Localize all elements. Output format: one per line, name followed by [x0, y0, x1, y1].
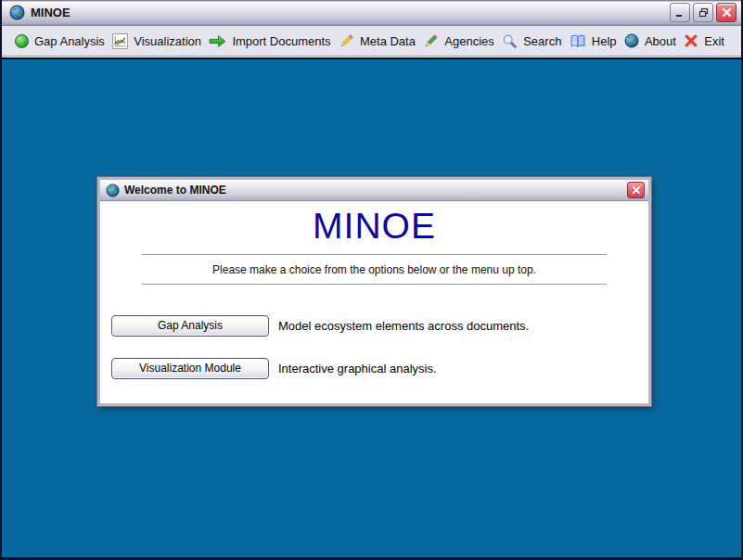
toolbar-label: About: [645, 34, 676, 48]
line-chart-icon: [112, 33, 128, 49]
toolbar-item-search[interactable]: Search: [502, 33, 561, 49]
dialog-close-button[interactable]: [627, 182, 645, 198]
toolbar-item-import-documents[interactable]: Import Documents: [209, 34, 330, 48]
toolbar-label: Exit: [704, 34, 724, 48]
option-row-visualization: Visualization Module Interactive graphic…: [111, 358, 648, 379]
gap-analysis-button[interactable]: Gap Analysis: [111, 315, 269, 337]
gap-analysis-description: Model ecosystem elements across document…: [278, 319, 529, 333]
open-book-icon: [570, 34, 586, 48]
toolbar-label: Help: [592, 34, 617, 48]
dialog-body: MINOE Please make a choice from the opti…: [100, 201, 648, 403]
minimize-button[interactable]: [670, 3, 690, 22]
dialog-heading: MINOE: [100, 207, 648, 247]
green-pencil-icon: [423, 33, 439, 49]
dialog-globe-icon: [106, 184, 120, 197]
dialog-title: Welcome to MINOE: [124, 184, 627, 197]
window-title: MINOE: [31, 6, 670, 19]
restore-button[interactable]: [693, 3, 713, 22]
toolbar-item-meta-data[interactable]: Meta Data: [339, 33, 416, 49]
toolbar-label: Meta Data: [360, 34, 416, 48]
visualization-module-button[interactable]: Visualization Module: [111, 358, 269, 379]
toolbar-item-visualization[interactable]: Visualization: [112, 33, 201, 49]
divider-bottom: [142, 284, 607, 285]
red-x-icon: [684, 33, 698, 48]
welcome-dialog: Welcome to MINOE MINOE Please make a cho…: [97, 177, 651, 406]
toolbar-item-about[interactable]: About: [624, 33, 676, 48]
toolbar-item-exit[interactable]: Exit: [684, 33, 724, 48]
visualization-description: Interactive graphical analysis.: [278, 362, 437, 375]
green-arrow-right-icon: [209, 34, 226, 48]
close-button[interactable]: [716, 3, 737, 22]
toolbar-item-gap-analysis[interactable]: Gap Analysis: [15, 34, 105, 48]
app-globe-icon: [9, 5, 25, 20]
toolbar-label: Gap Analysis: [34, 34, 105, 48]
globe-icon: [624, 33, 639, 48]
app-window: MINOE Gap Analysis Visualization: [0, 0, 743, 560]
green-sphere-icon: [15, 34, 29, 48]
yellow-pencil-icon: [339, 33, 354, 49]
client-area: Welcome to MINOE MINOE Please make a cho…: [2, 59, 741, 557]
divider-top: [142, 254, 607, 255]
magnifier-icon: [502, 33, 518, 49]
toolbar-label: Agencies: [444, 34, 493, 48]
main-toolbar: Gap Analysis Visualization Import Docume…: [2, 26, 741, 57]
toolbar-item-help[interactable]: Help: [570, 34, 617, 48]
dialog-instruction: Please make a choice from the options be…: [100, 263, 648, 276]
window-titlebar: MINOE: [2, 0, 741, 26]
toolbar-item-agencies[interactable]: Agencies: [423, 33, 493, 49]
toolbar-label: Search: [523, 34, 561, 48]
option-row-gap-analysis: Gap Analysis Model ecosystem elements ac…: [111, 315, 648, 337]
toolbar-label: Import Documents: [232, 34, 330, 48]
dialog-titlebar: Welcome to MINOE: [100, 180, 648, 201]
toolbar-label: Visualization: [134, 34, 201, 48]
